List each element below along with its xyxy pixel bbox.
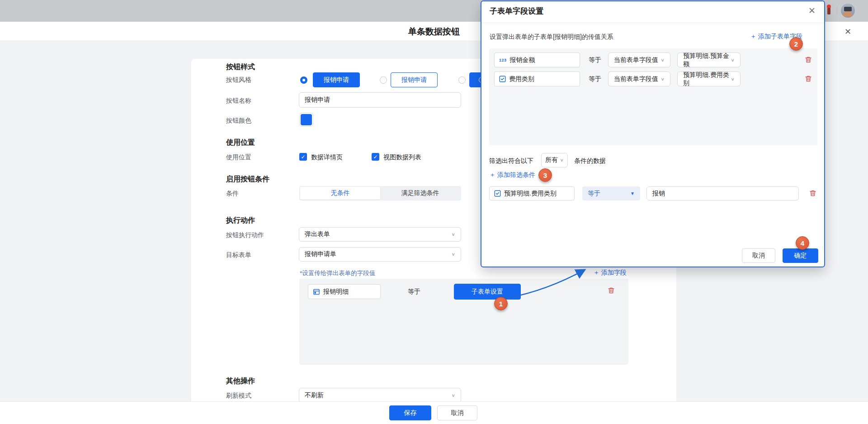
filter-prefix-text: 筛选出符合以下: [489, 157, 533, 165]
avatar-laptop-image: [844, 7, 852, 11]
style-radio-solid[interactable]: [300, 76, 307, 84]
add-field-link[interactable]: ＋ 添加字段: [593, 269, 627, 277]
condition-option-filter[interactable]: 满足筛选条件: [380, 187, 460, 200]
style-radio-icon[interactable]: [458, 76, 466, 84]
filter-suffix-text: 条件的数据: [574, 157, 606, 165]
refresh-mode-label: 刷新模式: [226, 392, 251, 400]
user-avatar[interactable]: [841, 4, 855, 18]
mapping-source-select[interactable]: 当前表单字段值 ∨: [608, 71, 670, 86]
checkbox-detail-page-label: 数据详情页: [311, 153, 343, 162]
delete-field-row-icon[interactable]: [607, 286, 615, 295]
number-field-icon: 123: [499, 58, 507, 62]
section-execute-action: 执行动作: [226, 216, 255, 225]
section-button-style: 按钮样式: [226, 62, 255, 72]
cancel-button[interactable]: 取消: [437, 405, 477, 420]
step-badge-3: 3: [538, 168, 552, 182]
chevron-down-icon: ∨: [560, 157, 564, 162]
style-radio-outline[interactable]: [380, 76, 387, 84]
relation-text: 等于: [408, 288, 420, 296]
button-name-label: 按钮名称: [226, 97, 251, 105]
bottom-action-bar: [0, 401, 868, 424]
refresh-mode-value: 不刷新: [305, 391, 324, 400]
select-field-icon: [494, 190, 501, 197]
caret-down-icon: ▼: [630, 191, 635, 196]
color-swatch: [301, 114, 312, 125]
style-preview-outline-button[interactable]: 报销申请: [391, 72, 438, 87]
mapping-field-name: 报销金额: [510, 56, 535, 64]
button-style-label: 按钮风格: [226, 76, 251, 84]
dialog-cancel-button[interactable]: 取消: [742, 248, 775, 263]
chevron-down-icon: ∨: [660, 57, 665, 62]
step-badge-1: 1: [494, 297, 508, 310]
checkbox-view-list-label: 视图数据列表: [383, 153, 421, 162]
exec-action-select[interactable]: 弹出表单 ∨: [299, 227, 461, 242]
mapping-value-select[interactable]: 预算明细.预算金额 ∨: [677, 52, 741, 67]
chevron-down-icon: ∨: [451, 393, 455, 398]
avatar-hand-image: [843, 11, 852, 17]
condition-segmented-control: 无条件 满足筛选条件: [299, 186, 461, 200]
dialog-confirm-button[interactable]: 确定: [783, 248, 818, 263]
delete-mapping-row-icon[interactable]: [804, 75, 812, 83]
filter-field-name: 预算明细.费用类别: [504, 190, 557, 198]
mapping-field-name: 费用类别: [509, 75, 534, 83]
subform-settings-button[interactable]: 子表单设置: [454, 284, 521, 300]
checkbox-detail-page[interactable]: ✓: [299, 153, 307, 161]
mapping-relation-text: 等于: [589, 75, 601, 83]
check-icon: ✓: [373, 154, 377, 160]
target-form-label: 目标表单: [226, 251, 251, 259]
filter-value-input[interactable]: 报销: [646, 186, 799, 200]
color-picker[interactable]: [299, 113, 313, 127]
dialog-header-divider: [481, 23, 824, 23]
step-badge-4: 4: [796, 236, 809, 250]
save-button[interactable]: 保存: [389, 405, 431, 420]
subform-field-name: 报销明细: [323, 288, 349, 296]
page-close-icon[interactable]: ✕: [844, 27, 851, 37]
chevron-down-icon: ∨: [660, 76, 665, 81]
button-name-input[interactable]: 报销申请: [299, 92, 461, 108]
filter-mode-select[interactable]: 所有 ∨: [541, 153, 568, 167]
topbar-divider: [837, 6, 837, 15]
chevron-down-icon: ∨: [451, 252, 455, 257]
refresh-mode-select[interactable]: 不刷新 ∨: [299, 388, 461, 403]
mapping-value-select[interactable]: 预算明细.费用类别 ∨: [677, 71, 741, 86]
notification-icon[interactable]: [827, 8, 830, 14]
mapping-field-box[interactable]: 费用类别: [494, 71, 580, 86]
select-field-icon: [499, 76, 506, 82]
target-form-value: 报销申请单: [305, 250, 336, 258]
usage-position-label: 使用位置: [226, 153, 251, 162]
button-color-label: 按钮颜色: [226, 117, 251, 125]
section-enable-condition: 启用按钮条件: [226, 175, 269, 184]
mapping-source-value: 当前表单字段值: [614, 75, 658, 83]
delete-filter-row-icon[interactable]: [809, 189, 817, 197]
step-badge-2: 2: [789, 37, 803, 51]
exec-action-label: 按钮执行动作: [226, 231, 264, 239]
dialog-close-icon[interactable]: ✕: [808, 5, 816, 16]
filter-mode-value: 所有: [545, 156, 558, 164]
mapping-source-value: 当前表单字段值: [614, 56, 658, 64]
style-preview-solid-button[interactable]: 报销申请: [313, 72, 360, 87]
subform-icon: [313, 288, 320, 295]
section-other-ops: 其他操作: [226, 376, 255, 386]
chevron-down-icon: ∨: [451, 232, 455, 237]
mapping-field-box[interactable]: 123 报销金额: [494, 52, 580, 67]
filter-operator-select[interactable]: 等于 ▼: [582, 186, 640, 200]
condition-option-none[interactable]: 无条件: [300, 187, 380, 200]
delete-mapping-row-icon[interactable]: [804, 56, 812, 64]
section-usage-position: 使用位置: [226, 138, 255, 148]
dialog-description: 设置弹出表单的子表单[报销明细]的传值关系: [490, 33, 613, 41]
mapping-source-select[interactable]: 当前表单字段值 ∨: [608, 52, 670, 67]
pass-field-hint: *设置传给弹出表单的字段值: [300, 269, 375, 277]
filter-operator-value: 等于: [588, 190, 600, 198]
mapping-value-text: 预算明细.费用类别: [683, 71, 731, 87]
filter-field-box[interactable]: 预算明细.费用类别: [489, 186, 575, 200]
subform-field-box[interactable]: 报销明细: [308, 284, 381, 299]
mapping-value-text: 预算明细.预算金额: [683, 52, 731, 68]
mapping-relation-text: 等于: [589, 56, 601, 64]
checkbox-view-list[interactable]: ✓: [372, 153, 379, 161]
add-filter-condition-link[interactable]: ＋ 添加筛选条件: [489, 171, 535, 179]
condition-label: 条件: [226, 190, 239, 198]
dialog-title: 子表单字段设置: [490, 6, 543, 16]
exec-action-value: 弹出表单: [305, 230, 330, 238]
chevron-down-icon: ∨: [731, 57, 735, 62]
target-form-select[interactable]: 报销申请单 ∨: [299, 247, 461, 262]
